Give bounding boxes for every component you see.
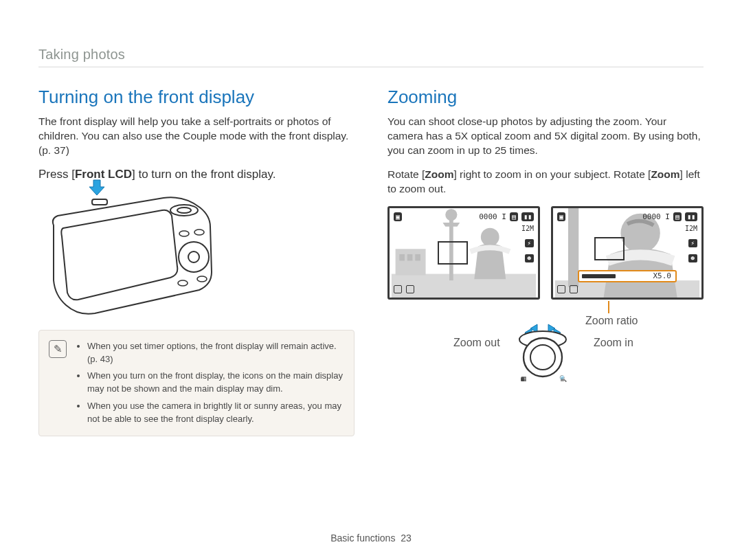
camera-illustration bbox=[40, 191, 218, 315]
leader-line bbox=[602, 301, 616, 316]
heading-zooming: Zooming bbox=[387, 87, 704, 108]
svg-point-8 bbox=[178, 280, 188, 286]
svg-text:🔍: 🔍 bbox=[559, 374, 567, 383]
svg-point-30 bbox=[530, 345, 555, 370]
hud-tile-icon bbox=[570, 285, 578, 293]
svg-point-7 bbox=[194, 229, 204, 235]
hud-right: I2M ⚡ ☻ bbox=[685, 225, 697, 262]
svg-point-6 bbox=[179, 231, 189, 236]
face-icon: ☻ bbox=[525, 254, 534, 262]
instruction-post: to turn on the front display. bbox=[135, 168, 276, 181]
svg-text:▦: ▦ bbox=[521, 375, 527, 382]
screen-wide: ▣ 0000 I ▤ ▮▮ I2M ⚡ ☻ bbox=[387, 206, 540, 300]
hud-left bbox=[394, 285, 414, 293]
label-zoom-in: Zoom in bbox=[594, 337, 633, 349]
svg-marker-0 bbox=[89, 180, 104, 195]
footer-page: 23 bbox=[401, 533, 412, 544]
breadcrumb: Taking photos bbox=[38, 47, 704, 67]
hud-counter: 0000 I bbox=[642, 212, 670, 221]
footer-section: Basic functions bbox=[330, 533, 395, 544]
zoom-indicator: X5.0 bbox=[578, 270, 677, 282]
page-footer: Basic functions 23 bbox=[0, 533, 742, 544]
hud-top: ▣ 0000 I ▤ ▮▮ bbox=[557, 212, 697, 221]
face-icon: ☻ bbox=[688, 254, 697, 262]
camera-svg bbox=[40, 191, 218, 315]
arrow-down-icon bbox=[88, 179, 106, 199]
svg-point-5 bbox=[188, 251, 199, 262]
col-zooming: Zooming You can shoot close-up photos by… bbox=[387, 87, 704, 436]
battery-icon: ▮▮ bbox=[521, 212, 534, 221]
flash-icon: ⚡ bbox=[525, 239, 534, 247]
hud-tile-icon bbox=[394, 285, 402, 293]
hud-tile-icon bbox=[406, 285, 414, 293]
hud-right: I2M ⚡ ☻ bbox=[521, 225, 534, 262]
label-zoom-ratio: Zoom ratio bbox=[585, 315, 638, 327]
zoom-dial-figure: Zoom ratio Zoom out Zoom in bbox=[387, 302, 704, 378]
note-icon: ✎ bbox=[49, 340, 67, 358]
intro-front-display: The front display will help you take a s… bbox=[38, 115, 355, 158]
heading-front-display: Turning on the front display bbox=[38, 87, 355, 108]
note-item: When you set timer options, the front di… bbox=[87, 340, 344, 366]
instruction-pre: Press bbox=[38, 168, 71, 181]
battery-icon: ▮▮ bbox=[685, 212, 697, 221]
hud-tile-icon bbox=[557, 285, 565, 293]
svg-rect-17 bbox=[415, 254, 420, 261]
focus-box bbox=[594, 237, 625, 260]
svg-rect-15 bbox=[399, 254, 405, 261]
hud-top: ▣ 0000 I ▤ ▮▮ bbox=[394, 212, 534, 221]
hud-resolution: I2M bbox=[685, 225, 697, 232]
hud-left bbox=[557, 285, 578, 293]
note-box: ✎ When you set timer options, the front … bbox=[38, 330, 355, 436]
instruction-zoom: Rotate [Zoom] right to zoom in on your s… bbox=[387, 168, 704, 197]
svg-rect-1 bbox=[92, 199, 107, 205]
flash-icon: ⚡ bbox=[688, 239, 697, 247]
storage-icon: ▤ bbox=[673, 212, 682, 221]
label-zoom-out: Zoom out bbox=[453, 337, 500, 349]
svg-point-18 bbox=[481, 227, 499, 246]
svg-point-3 bbox=[177, 208, 191, 213]
svg-rect-16 bbox=[407, 254, 413, 261]
svg-rect-14 bbox=[396, 249, 426, 275]
camera-mode-icon: ▣ bbox=[557, 212, 565, 221]
screen-zoomed: ▣ 0000 I ▤ ▮▮ I2M ⚡ ☻ bbox=[551, 206, 704, 300]
zoom-value: X5.0 bbox=[653, 271, 672, 280]
intro-zooming: You can shoot close-up photos by adjusti… bbox=[387, 115, 704, 158]
hud-counter: 0000 I bbox=[479, 212, 506, 221]
focus-box bbox=[438, 241, 468, 265]
hud-resolution: I2M bbox=[521, 225, 534, 232]
col-front-display: Turning on the front display The front d… bbox=[38, 87, 355, 436]
note-item: When you use the camera in brightly lit … bbox=[87, 400, 344, 426]
screen-pair: ▣ 0000 I ▤ ▮▮ I2M ⚡ ☻ bbox=[387, 206, 704, 300]
svg-point-9 bbox=[197, 276, 207, 282]
storage-icon: ▤ bbox=[510, 212, 518, 221]
instruction-front-lcd: Press [Front LCD] to turn on the front d… bbox=[38, 168, 355, 181]
camera-mode-icon: ▣ bbox=[394, 212, 402, 221]
note-item: When you turn on the front display, the … bbox=[87, 370, 344, 396]
zoom-dial-icon: ▦ ▣ ▦ 🔍 bbox=[514, 324, 572, 382]
